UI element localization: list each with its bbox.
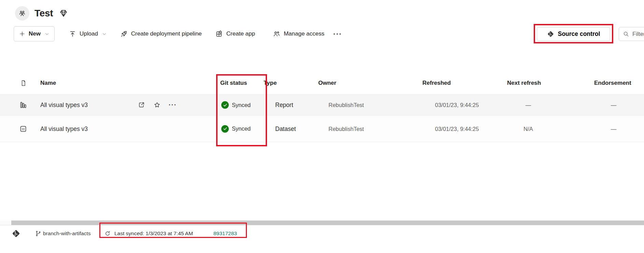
git-status-cell: Synced <box>221 101 251 109</box>
workspace-header: Test <box>15 5 68 21</box>
table-header-row: Name Git status Type Owner Refreshed Nex… <box>0 75 644 92</box>
app-grid-icon <box>215 30 223 38</box>
last-synced-text: Last synced: 1/3/2023 at 7:45 AM <box>114 230 193 237</box>
create-deployment-pipeline-button[interactable]: Create deployment pipeline <box>120 30 202 38</box>
synced-check-icon <box>221 125 229 133</box>
owner-cell: RebublishTest <box>328 102 364 108</box>
chevron-down-icon <box>102 32 107 36</box>
document-icon <box>20 80 27 87</box>
table-row-dataset[interactable]: All visual types v3 Synced Dataset Rebub… <box>0 116 644 142</box>
plus-icon <box>19 31 25 37</box>
git-status-bar: branch-with-artifacts Last synced: 1/3/2… <box>0 225 644 241</box>
upload-button[interactable]: Upload <box>69 30 107 38</box>
commit-hash-link[interactable]: 89317283 <box>213 230 237 237</box>
column-header-next-refresh[interactable]: Next refresh <box>507 80 541 86</box>
premium-diamond-icon <box>59 9 68 18</box>
table-row-report[interactable]: All visual types v3 ··· Synced Report Re… <box>0 94 644 116</box>
people-icon <box>273 30 280 38</box>
new-button-label: New <box>29 30 41 37</box>
share-icon[interactable] <box>138 101 145 109</box>
dataset-icon <box>19 125 27 133</box>
branch-icon <box>35 230 42 237</box>
ellipsis-icon: ··· <box>333 30 342 38</box>
synced-check-icon <box>221 101 229 109</box>
column-header-owner[interactable]: Owner <box>318 80 336 86</box>
column-header-endorsement[interactable]: Endorsement <box>594 80 631 86</box>
column-header-name[interactable]: Name <box>40 80 56 86</box>
git-logo-icon <box>12 229 20 238</box>
source-control-label: Source control <box>558 30 600 38</box>
next-refresh-cell: N/A <box>508 125 549 132</box>
people-group-icon <box>18 9 26 17</box>
refreshed-cell: 03/01/23, 9:44:25 <box>435 102 479 108</box>
owner-cell: RebublishTest <box>328 125 364 132</box>
manage-access-label: Manage access <box>284 30 324 37</box>
branch-name: branch-with-artifacts <box>43 230 91 237</box>
git-icon <box>547 30 554 38</box>
create-deployment-pipeline-label: Create deployment pipeline <box>131 30 202 37</box>
report-icon <box>19 101 27 109</box>
create-app-button[interactable]: Create app <box>215 30 255 38</box>
item-name-link[interactable]: All visual types v3 <box>40 102 88 109</box>
git-status-label: Synced <box>232 102 251 108</box>
type-cell: Report <box>275 102 293 109</box>
filter-search-box <box>619 27 644 41</box>
column-header-git-status[interactable]: Git status <box>220 80 247 86</box>
sync-refresh-icon[interactable] <box>104 230 111 237</box>
type-cell: Dataset <box>275 125 296 132</box>
toolbar-more-button[interactable]: ··· <box>333 30 342 38</box>
workspace-page: Test New Upload <box>0 0 644 253</box>
upload-button-label: Upload <box>80 30 98 37</box>
next-refresh-cell: — <box>508 102 549 108</box>
item-name-link[interactable]: All visual types v3 <box>40 125 88 132</box>
toolbar: New Upload <box>14 26 342 42</box>
page-title: Test <box>34 8 53 19</box>
filter-input[interactable] <box>632 31 644 38</box>
manage-access-button[interactable]: Manage access <box>273 30 324 38</box>
git-status-label: Synced <box>232 125 251 132</box>
chevron-down-icon <box>45 32 49 36</box>
create-app-label: Create app <box>226 30 255 37</box>
workspace-avatar <box>15 6 29 21</box>
upload-icon <box>69 30 76 38</box>
git-status-cell: Synced <box>221 125 251 133</box>
favorite-star-icon[interactable] <box>153 101 161 109</box>
new-button[interactable]: New <box>14 26 55 41</box>
horizontal-scrollbar-thumb[interactable] <box>11 221 644 225</box>
column-header-refreshed[interactable]: Refreshed <box>422 80 451 86</box>
search-icon <box>623 31 629 37</box>
source-control-button[interactable]: Source control <box>537 27 610 41</box>
endorsement-cell: — <box>593 125 634 132</box>
endorsement-cell: — <box>593 102 634 108</box>
rocket-icon <box>120 30 128 38</box>
row-more-options-icon[interactable]: ··· <box>169 102 177 109</box>
column-header-type[interactable]: Type <box>264 80 277 86</box>
refreshed-cell: 03/01/23, 9:44:25 <box>435 125 479 132</box>
